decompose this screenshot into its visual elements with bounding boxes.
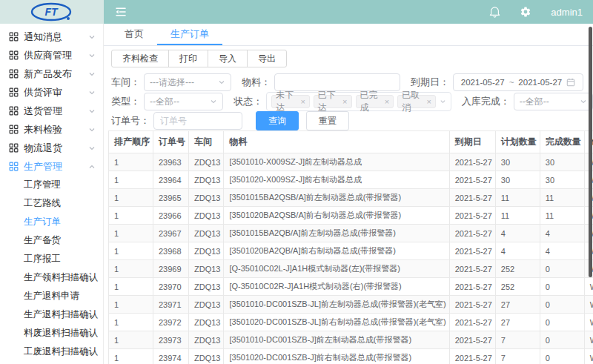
sidebar-subitem[interactable]: 工序管理: [0, 176, 103, 194]
sidebar-subitem[interactable]: 生产退料申请: [0, 287, 103, 305]
chevron-down-icon: [440, 98, 446, 105]
query-button[interactable]: 查询: [256, 111, 299, 130]
table-row[interactable]: 123971ZDQ13[3501010-DC001SZB-JL]前左制动器总成(…: [109, 296, 593, 314]
table-row[interactable]: 123965ZDQ13[3501015BA2QSB/A]前左制动器总成(带报警器…: [109, 189, 593, 207]
order-no-input[interactable]: [153, 112, 242, 130]
table-cell: 23973: [153, 331, 189, 349]
logo-area: FT: [0, 0, 104, 24]
table-cell: ZDQ13: [189, 153, 224, 171]
table-cell: ZDQ13: [189, 207, 224, 225]
table-cell: 2021-5-27: [449, 260, 495, 278]
table-cell: 0: [540, 296, 584, 314]
table-cell: 27: [495, 296, 540, 314]
main-content: 首页生产订单 齐料检查打印导入导出 车间： ---请选择--- 物料： 到期日：…: [104, 24, 593, 364]
status-tag: 已下达×: [314, 95, 352, 108]
toolbar-button[interactable]: 齐料检查: [111, 50, 169, 67]
sidebar-subitem[interactable]: 生产领料扫描确认: [0, 268, 103, 287]
table-row[interactable]: 123969ZDQ13[Q-35010C02L-J]A1H模式制动器(左)(带报…: [109, 260, 593, 278]
table-cell: 30: [495, 171, 540, 189]
stock-in-select[interactable]: --全部--: [514, 93, 593, 110]
sidebar-subitem[interactable]: 料废退料扫描确认: [0, 324, 103, 343]
due-date-from: 2021-05-27: [461, 78, 505, 87]
calendar-icon: [566, 78, 575, 87]
table-cell: WH05: [584, 349, 593, 364]
remove-tag-icon[interactable]: ×: [300, 97, 305, 106]
material-label: 物料：: [242, 76, 271, 89]
sidebar-subitem[interactable]: 生产备货: [0, 231, 103, 250]
table-cell: [3501020BA2QB/A]前右制动器总成(带报警器): [224, 242, 449, 260]
topbar-main: admin1: [104, 0, 593, 24]
table-cell: [3501020-DC001SZB-JL]前右制动器总成(带报警器)(老气室): [224, 314, 449, 331]
table-cell: 23966: [153, 207, 189, 225]
remove-tag-icon[interactable]: ×: [385, 97, 389, 106]
table-row[interactable]: 123968ZDQ13[3501020BA2QB/A]前右制动器总成(带报警器)…: [109, 242, 593, 260]
table-cell: 1: [109, 153, 153, 171]
due-date-range[interactable]: 2021-05-27 ~ 2021-05-27: [453, 73, 583, 91]
table-cell: ZDQ13: [189, 242, 224, 260]
table-row[interactable]: 123964ZDQ13[3501020-X009SZ-J]前右制动器总成2021…: [109, 171, 593, 189]
sidebar-item-label: 新产品发布: [24, 67, 88, 81]
table-cell: 2021-5-27: [449, 225, 495, 242]
column-header: 物料: [224, 131, 449, 153]
sidebar-item[interactable]: 通知消息: [0, 27, 103, 46]
collapse-menu-icon[interactable]: [114, 7, 127, 17]
chevron-down-icon: [88, 126, 96, 133]
reset-button[interactable]: 重置: [306, 111, 349, 130]
table-row[interactable]: 123967ZDQ13[3501015BA2QB/A]前左制动器总成(带报警器)…: [109, 225, 593, 242]
sidebar-item-label: 生产管理: [24, 160, 88, 173]
sidebar-item[interactable]: 新产品发布: [0, 64, 103, 83]
sidebar-subitem[interactable]: 工废退料扫描确认: [0, 343, 103, 361]
workshop-label: 车间：: [111, 76, 140, 89]
sidebar-subitem[interactable]: 生产退料扫描确认: [0, 305, 103, 324]
table-row[interactable]: 123973ZDQ13[3501010-DC001SZB-J]前左制动器总成(带…: [109, 331, 593, 349]
chevron-down-icon: [580, 98, 587, 105]
sidebar-item[interactable]: 来料检验: [0, 120, 103, 139]
table-cell: ZDQ13: [189, 225, 224, 242]
remove-tag-icon[interactable]: ×: [426, 97, 431, 106]
table-cell: [Q-35010C02R-J]A1H模式制动器(右)(带报警器): [224, 278, 449, 296]
type-select[interactable]: --全部--: [144, 93, 223, 110]
remove-tag-icon[interactable]: ×: [342, 97, 347, 106]
chevron-up-icon: [88, 163, 96, 171]
topbar: FT admin1: [0, 0, 593, 24]
grid-menu-icon: [9, 106, 19, 116]
tab-item[interactable]: 首页: [111, 24, 157, 45]
table-row[interactable]: 123974ZDQ13[3501020-DC001SZB-J]前右制动器总成(带…: [109, 349, 593, 364]
toolbar-button-group: 齐料检查打印导入导出: [111, 50, 287, 67]
table-row[interactable]: 123970ZDQ13[Q-35010C02R-J]A1H模式制动器(右)(带报…: [109, 278, 593, 296]
sidebar-item-label: 供货评审: [24, 86, 88, 99]
notification-bell-icon[interactable]: [489, 6, 500, 18]
sidebar-item[interactable]: 供应商管理: [0, 46, 103, 64]
toolbar-button[interactable]: 导出: [247, 50, 287, 67]
vertical-scrollbar[interactable]: [589, 27, 592, 277]
toolbar-button[interactable]: 导入: [208, 50, 248, 67]
table-cell: ZDQ13: [189, 349, 224, 364]
table-row[interactable]: 123966ZDQ13[3501020BA2QSB/A]前右制动器总成(带报警器…: [109, 207, 593, 225]
sidebar-subitem[interactable]: 工序报工: [0, 250, 103, 268]
tab-active[interactable]: 生产订单: [157, 24, 222, 45]
sidebar-item[interactable]: 物流退货: [0, 139, 103, 157]
username[interactable]: admin1: [551, 7, 583, 18]
sidebar-item[interactable]: 送货管理: [0, 102, 103, 120]
table-cell: 23971: [153, 296, 189, 314]
sidebar-subitem[interactable]: 生产订单: [0, 213, 103, 231]
toolbar-button[interactable]: 打印: [168, 50, 208, 67]
table-row[interactable]: 123972ZDQ13[3501020-DC001SZB-JL]前右制动器总成(…: [109, 314, 593, 331]
table-cell: 1: [109, 331, 153, 349]
orders-table: 排产顺序订单号车间物料到期日计划数量完成数量仓库压线辅线 123963ZDQ13…: [108, 130, 593, 364]
table-cell: WH05: [584, 278, 593, 296]
status-multiselect[interactable]: 未下达×已下达×已完成×已取消×: [266, 92, 451, 111]
workshop-select[interactable]: ---请选择---: [144, 73, 231, 91]
sidebar-item[interactable]: 供货评审: [0, 83, 103, 102]
table-cell: 0: [540, 349, 584, 364]
table-row[interactable]: 123963ZDQ13[3501010-X009SZ-J]前左制动器总成2021…: [109, 153, 593, 171]
chevron-down-icon: [88, 107, 96, 115]
sidebar-subitem[interactable]: 工艺路线: [0, 194, 103, 213]
stock-in-label: 入库完成：: [462, 95, 510, 108]
table-cell: 0: [540, 278, 584, 296]
table-cell: 0: [540, 331, 584, 349]
sidebar-item[interactable]: 生产管理: [0, 157, 103, 176]
settings-gear-icon[interactable]: [520, 6, 531, 18]
table-cell: 4: [495, 242, 540, 260]
table-cell: [3501010-X009SZ-J]前左制动器总成: [224, 153, 449, 171]
